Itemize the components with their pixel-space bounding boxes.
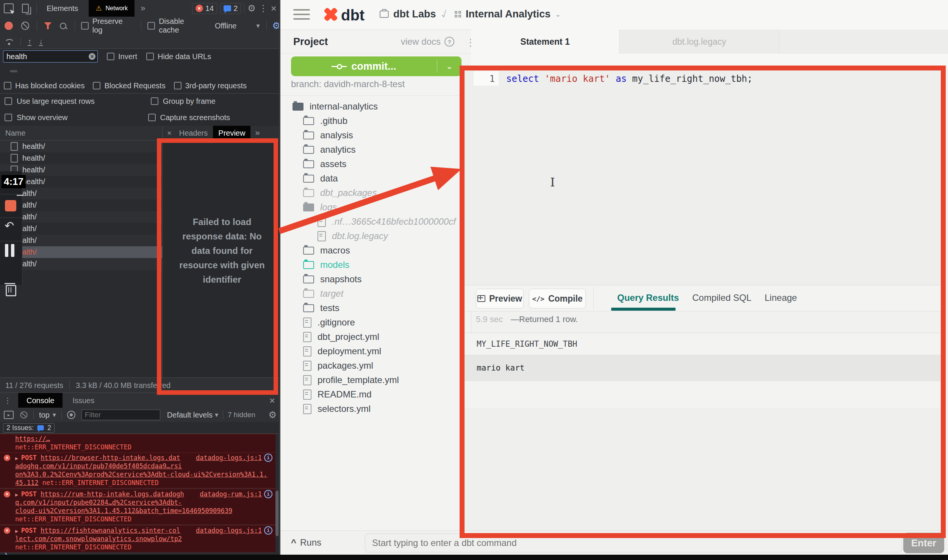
tree-item[interactable]: packages.yml <box>280 358 471 373</box>
runs-toggle[interactable]: ^ Runs <box>291 537 321 548</box>
request-row[interactable]: alth/ <box>0 235 162 246</box>
device-toolbar-icon[interactable] <box>22 4 29 13</box>
throttling-select[interactable]: Offline <box>215 22 236 30</box>
network-conditions-icon[interactable] <box>5 39 14 44</box>
request-row[interactable]: alth/ <box>0 246 162 258</box>
type-filter-chip[interactable] <box>10 70 17 72</box>
error-url-link[interactable]: https://fishtownanalytics.sinter-col <box>41 527 180 534</box>
tab-elements[interactable]: Elements <box>47 4 78 13</box>
commit-dropdown-caret-icon[interactable]: ⌄ <box>437 61 461 71</box>
source-link[interactable]: datadog-logs.js:1 <box>196 454 262 461</box>
capture-screenshots-checkbox[interactable] <box>148 114 156 121</box>
tab-network[interactable]: ⚠ Network <box>89 0 135 17</box>
expand-caret-icon[interactable]: ▶ <box>15 528 18 534</box>
source-link[interactable]: datadog-rum.js:1 <box>200 490 262 498</box>
console-filter-input[interactable] <box>81 410 160 420</box>
tree-item[interactable]: README.md <box>280 387 471 402</box>
preserve-log-checkbox[interactable] <box>81 22 89 30</box>
compile-button[interactable]: </> Compile <box>529 289 586 308</box>
inspect-element-icon[interactable] <box>4 3 14 13</box>
devtools-menu-icon[interactable]: ⋮ <box>259 3 268 14</box>
expand-caret-icon[interactable]: ▶ <box>15 492 18 497</box>
tree-item[interactable]: dbt_project.yml <box>280 330 471 344</box>
devtools-close-icon[interactable]: × <box>271 3 277 14</box>
tree-item[interactable]: models <box>280 258 471 272</box>
request-row[interactable]: health/ <box>0 141 162 152</box>
tree-item[interactable]: data <box>280 171 471 186</box>
has-blocked-cookies-checkbox[interactable] <box>4 82 11 89</box>
expand-caret-icon[interactable]: ▶ <box>15 455 18 461</box>
group-by-frame-checkbox[interactable] <box>151 97 158 105</box>
result-column-header[interactable]: MY_LIFE_RIGHT_NOW_TBH <box>477 339 577 349</box>
type-filter-chip[interactable] <box>43 70 51 72</box>
invert-checkbox[interactable] <box>107 53 114 60</box>
info-icon[interactable]: i <box>264 526 272 535</box>
tab-compiled-sql[interactable]: Compiled SQL <box>692 293 751 303</box>
export-har-icon[interactable]: ↓ <box>39 38 43 46</box>
tree-item[interactable]: logs <box>280 200 471 214</box>
request-row[interactable]: alth/ <box>0 188 162 199</box>
levels-select[interactable]: Default levels <box>167 411 213 419</box>
sql-editor[interactable]: 1 select 'mario kart' as my_life_right_n… <box>465 70 946 285</box>
trash-icon[interactable] <box>6 285 16 296</box>
type-filter-chip[interactable] <box>52 70 59 72</box>
context-select[interactable]: top <box>39 411 50 419</box>
undo-icon[interactable]: ↶ <box>5 219 14 232</box>
tree-item[interactable]: analysis <box>280 128 471 142</box>
enter-button[interactable]: Enter <box>903 533 944 553</box>
tree-item[interactable]: analytics <box>280 142 471 157</box>
issues-pill[interactable]: 2 Issues: 2 <box>3 423 55 433</box>
tree-item[interactable]: internal-analytics <box>280 99 471 114</box>
drawer-menu-icon[interactable]: ⋮ <box>4 396 11 405</box>
project-switcher[interactable]: Internal Analytics ⌄ <box>455 8 561 20</box>
request-row[interactable]: health/ <box>0 152 162 164</box>
tree-item[interactable]: snapshots <box>280 272 471 286</box>
third-party-checkbox[interactable] <box>174 82 181 89</box>
console-settings-gear-icon[interactable]: ⚙ <box>268 410 277 420</box>
tree-item[interactable]: deployment.yml <box>280 344 471 358</box>
type-filter-chip[interactable] <box>2 70 9 72</box>
more-tabs-chevron[interactable]: » <box>141 3 145 13</box>
disable-cache-checkbox[interactable] <box>147 22 155 30</box>
type-filter-chip[interactable] <box>93 70 101 72</box>
close-detail-icon[interactable]: × <box>167 129 172 138</box>
type-filter-chip[interactable] <box>77 70 84 72</box>
type-filter-chip[interactable] <box>18 70 26 72</box>
request-row[interactable]: alth/ <box>0 223 162 235</box>
tab-dbt-log-legacy[interactable]: dbt.log.legacy <box>619 30 779 54</box>
tab-console[interactable]: Console <box>18 393 63 408</box>
stop-record-icon[interactable] <box>5 200 16 211</box>
tab-statement-1[interactable]: Statement 1 <box>471 30 619 54</box>
request-row[interactable]: health/ <box>0 164 162 176</box>
type-filter-chip[interactable] <box>68 70 76 72</box>
tree-item[interactable]: assets <box>280 157 471 171</box>
error-count-badge[interactable]: × 14 <box>192 3 217 14</box>
error-url-link[interactable]: https://browser-http-intake.logs.dat <box>41 454 180 461</box>
tree-item[interactable]: dbt.log.legacy <box>280 229 471 243</box>
settings-gear-icon[interactable]: ⚙ <box>247 3 256 14</box>
tree-item[interactable]: dbt_packages <box>280 186 471 200</box>
tab-headers[interactable]: Headers <box>179 129 208 138</box>
error-url-link[interactable]: https://rum-http-intake.logs.datadogh <box>41 490 184 498</box>
record-network-icon[interactable] <box>5 22 13 30</box>
hamburger-menu-icon[interactable] <box>293 9 310 20</box>
tree-item[interactable]: .gitignore <box>280 315 471 330</box>
tree-item[interactable]: profile_template.yml <box>280 373 471 387</box>
throttling-caret-icon[interactable]: ▾ <box>256 22 260 30</box>
commit-button[interactable]: commit... ⌄ <box>291 56 461 76</box>
type-filter-chip[interactable] <box>27 70 34 72</box>
use-large-rows-checkbox[interactable] <box>5 97 12 105</box>
request-row[interactable]: alth/ <box>0 258 162 270</box>
tab-preview[interactable]: Preview <box>213 126 250 140</box>
source-link[interactable]: datadog-logs.js:1 <box>196 527 262 534</box>
result-row[interactable]: mario kart <box>465 355 946 381</box>
issues-count-badge[interactable]: 2 <box>220 3 241 14</box>
tree-item[interactable]: selectors.yml <box>280 402 471 416</box>
tree-item[interactable]: tests <box>280 301 471 315</box>
show-overview-checkbox[interactable] <box>5 114 12 121</box>
import-har-icon[interactable]: ↑ <box>28 38 31 46</box>
tab-issues[interactable]: Issues <box>72 396 94 405</box>
account-switcher[interactable]: dbt Labs ⌄ <box>380 8 446 20</box>
tab-lineage[interactable]: Lineage <box>765 293 797 303</box>
tree-item[interactable]: macros <box>280 243 471 258</box>
